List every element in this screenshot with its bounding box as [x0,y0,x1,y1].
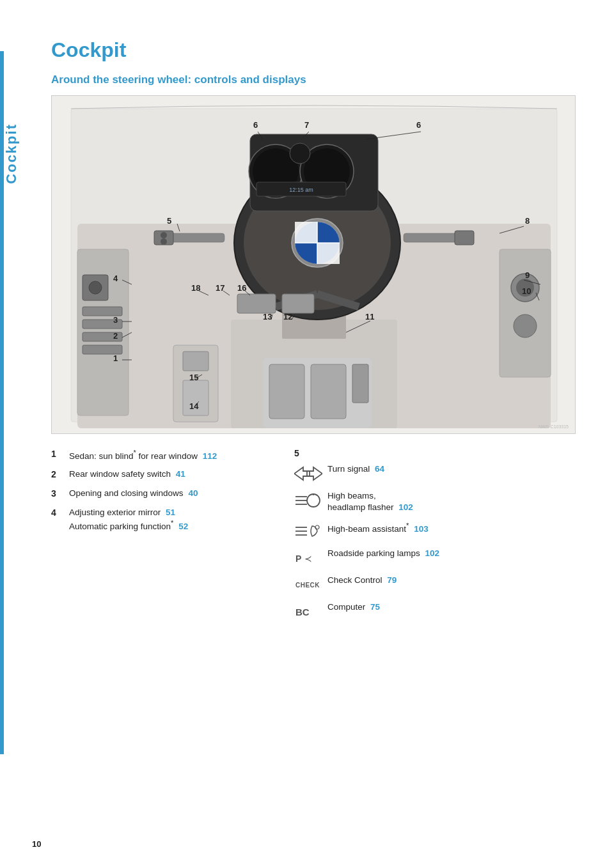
page-ref: 102 [398,502,413,512]
svg-text:9: 9 [525,270,530,280]
svg-point-36 [89,281,102,294]
svg-rect-31 [83,307,122,316]
svg-text:12: 12 [283,312,292,322]
svg-rect-42 [269,364,304,419]
page-ref: 103 [414,524,429,534]
list-item: 4 Adjusting exterior mirror 51 Automatic… [51,507,281,533]
item-number: 3 [51,488,65,500]
page-ref: 102 [425,548,440,558]
left-column: 1 Sedan: sun blind* for rear window 112 … [51,448,281,628]
item-number: 1 [51,448,65,461]
page-ref: 41 [176,469,185,479]
right-section-num: 5 [294,448,588,458]
item-label: Computer 75 [327,601,380,613]
svg-point-40 [514,314,537,337]
page-ref-sub: 52 [178,522,188,531]
item-text: Rear window safety switch 41 [69,469,185,481]
svg-text:BC: BC [295,607,310,617]
parking-lamps-icon: P ≺ [294,548,327,567]
turn-signal-icon [294,463,327,483]
svg-text:6: 6 [416,120,421,130]
item-label: Turn signal 64 [327,463,384,475]
svg-rect-46 [183,352,209,371]
svg-text:P: P [295,554,301,564]
right-column: 5 Turn signal 64 [294,448,588,628]
svg-rect-28 [404,233,461,242]
page-ref: 79 [387,575,397,585]
svg-rect-37 [500,249,551,377]
list-item: BC Computer 75 [294,601,588,621]
page-ref: 40 [188,488,198,498]
list-item: High beams,headlamp flasher 102 [294,490,588,513]
svg-text:5: 5 [167,216,171,226]
sidebar-text: Cockpit [3,123,20,184]
page-title: Cockpit [51,38,588,62]
svg-text:13: 13 [263,312,272,322]
cockpit-diagram: 12:15 am [51,95,576,434]
svg-rect-34 [83,345,122,354]
svg-text:NWS-C103315: NWS-C103315 [539,424,569,429]
highbeam-icon [294,490,327,509]
list-item: 2 Rear window safety switch 41 [51,469,281,481]
list-item: Turn signal 64 [294,463,588,483]
svg-text:18: 18 [191,283,200,293]
svg-text:≺: ≺ [304,554,312,564]
item-label: High-beam assistant* 103 [327,521,429,535]
check-control-icon: CHECK [294,575,327,594]
item-label: Roadside parking lamps 102 [327,548,439,559]
svg-text:3: 3 [113,315,118,325]
list-item: 3 Opening and closing windows 40 [51,488,281,500]
item-label: High beams,headlamp flasher 102 [327,490,413,513]
svg-point-27 [161,238,167,245]
svg-text:10: 10 [522,286,531,296]
svg-text:7: 7 [304,120,309,130]
item-text: Sedan: sun blind* for rear window 112 [69,448,217,462]
main-content: Cockpit Around the steering wheel: contr… [32,0,614,654]
svg-text:12:15 am: 12:15 am [289,187,313,193]
page-ref: 51 [166,508,175,517]
highbeam-assistant-icon [294,521,327,540]
svg-rect-15 [317,243,340,264]
svg-text:11: 11 [365,312,374,322]
content-columns: 1 Sedan: sun blind* for rear window 112 … [51,448,588,628]
svg-point-26 [161,232,167,238]
svg-text:4: 4 [113,274,118,283]
page-number: 10 [32,839,41,849]
item-text: Adjusting exterior mirror 51 Automatic p… [69,507,188,533]
svg-text:8: 8 [525,216,530,226]
item-number: 4 [51,507,65,520]
svg-text:2: 2 [113,331,118,341]
list-item: High-beam assistant* 103 [294,521,588,540]
svg-point-21 [290,143,310,164]
item-label: Check Control 79 [327,575,397,586]
section-title: Around the steering wheel: controls and … [51,74,588,86]
page-ref: 112 [203,451,217,461]
page-ref: 64 [375,464,384,474]
list-item: 1 Sedan: sun blind* for rear window 112 [51,448,281,462]
page-ref: 75 [370,602,380,612]
item-number: 2 [51,469,65,481]
svg-rect-14 [295,222,317,243]
computer-icon: BC [294,601,327,621]
sidebar-label: Cockpit [0,51,23,256]
svg-text:17: 17 [216,283,224,293]
svg-text:6: 6 [253,120,258,130]
item-text: Opening and closing windows 40 [69,488,198,500]
svg-rect-44 [352,364,368,403]
diagram-svg: 12:15 am [52,96,576,434]
svg-point-94 [307,494,320,507]
list-item: CHECK Check Control 79 [294,575,588,594]
svg-text:1: 1 [113,353,118,363]
svg-rect-48 [237,294,276,313]
svg-rect-24 [167,233,224,242]
list-item: P ≺ Roadside parking lamps 102 [294,548,588,567]
svg-rect-29 [455,231,474,245]
svg-rect-43 [311,364,346,419]
svg-rect-49 [282,294,314,313]
svg-text:CHECK: CHECK [295,582,320,589]
